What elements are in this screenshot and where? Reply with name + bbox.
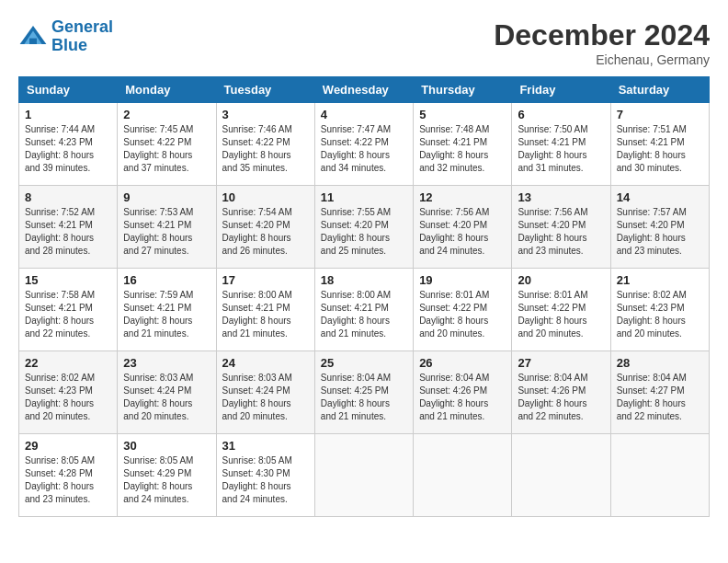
day-info: Sunrise: 7:57 AM Sunset: 4:20 PM Dayligh… xyxy=(617,206,703,258)
location: Eichenau, Germany xyxy=(494,52,710,67)
weekday-header-row: SundayMondayTuesdayWednesdayThursdayFrid… xyxy=(19,77,710,103)
calendar-week-row: 15Sunrise: 7:58 AM Sunset: 4:21 PM Dayli… xyxy=(19,269,710,351)
calendar-cell: 8Sunrise: 7:52 AM Sunset: 4:21 PM Daylig… xyxy=(19,186,118,269)
day-info: Sunrise: 8:05 AM Sunset: 4:29 PM Dayligh… xyxy=(123,454,210,506)
calendar-week-row: 22Sunrise: 8:02 AM Sunset: 4:23 PM Dayli… xyxy=(19,351,710,434)
day-number: 1 xyxy=(25,108,111,121)
day-info: Sunrise: 7:48 AM Sunset: 4:21 PM Dayligh… xyxy=(419,123,506,175)
calendar-cell: 2Sunrise: 7:45 AM Sunset: 4:22 PM Daylig… xyxy=(118,103,216,186)
day-info: Sunrise: 8:01 AM Sunset: 4:22 PM Dayligh… xyxy=(419,289,506,340)
calendar-cell: 4Sunrise: 7:47 AM Sunset: 4:22 PM Daylig… xyxy=(314,103,413,186)
calendar-cell: 3Sunrise: 7:46 AM Sunset: 4:22 PM Daylig… xyxy=(216,103,314,186)
calendar-cell: 7Sunrise: 7:51 AM Sunset: 4:21 PM Daylig… xyxy=(610,103,709,186)
calendar-cell: 9Sunrise: 7:53 AM Sunset: 4:21 PM Daylig… xyxy=(118,186,216,269)
weekday-header-cell: Monday xyxy=(118,77,216,103)
day-number: 28 xyxy=(617,356,703,370)
day-info: Sunrise: 7:59 AM Sunset: 4:21 PM Dayligh… xyxy=(123,289,210,340)
day-number: 13 xyxy=(518,190,604,204)
day-number: 5 xyxy=(419,108,506,121)
title-block: December 2024 Eichenau, Germany xyxy=(494,18,710,67)
calendar-cell xyxy=(512,434,610,517)
day-info: Sunrise: 7:46 AM Sunset: 4:22 PM Dayligh… xyxy=(222,123,309,175)
day-info: Sunrise: 7:52 AM Sunset: 4:21 PM Dayligh… xyxy=(25,206,111,258)
calendar-cell: 14Sunrise: 7:57 AM Sunset: 4:20 PM Dayli… xyxy=(610,186,709,269)
calendar-cell xyxy=(314,434,413,517)
logo-line1: General xyxy=(51,17,113,36)
day-number: 27 xyxy=(518,356,604,370)
day-number: 9 xyxy=(123,190,210,204)
calendar-cell: 31Sunrise: 8:05 AM Sunset: 4:30 PM Dayli… xyxy=(216,434,314,517)
day-info: Sunrise: 7:51 AM Sunset: 4:21 PM Dayligh… xyxy=(617,123,703,175)
day-number: 17 xyxy=(222,273,309,287)
day-number: 16 xyxy=(123,273,210,287)
calendar-cell: 5Sunrise: 7:48 AM Sunset: 4:21 PM Daylig… xyxy=(414,103,512,186)
day-number: 15 xyxy=(25,273,111,287)
calendar-cell: 13Sunrise: 7:56 AM Sunset: 4:20 PM Dayli… xyxy=(512,186,610,269)
day-number: 3 xyxy=(222,108,309,121)
day-number: 14 xyxy=(617,190,703,204)
day-info: Sunrise: 8:02 AM Sunset: 4:23 PM Dayligh… xyxy=(25,372,111,423)
day-number: 10 xyxy=(222,190,309,204)
day-number: 26 xyxy=(419,356,506,370)
day-number: 22 xyxy=(25,356,111,370)
day-number: 21 xyxy=(617,273,703,287)
day-number: 7 xyxy=(617,108,703,121)
day-number: 2 xyxy=(123,108,210,121)
day-info: Sunrise: 7:56 AM Sunset: 4:20 PM Dayligh… xyxy=(518,206,604,258)
calendar-cell: 15Sunrise: 7:58 AM Sunset: 4:21 PM Dayli… xyxy=(19,269,118,351)
day-info: Sunrise: 8:04 AM Sunset: 4:26 PM Dayligh… xyxy=(419,372,506,423)
month-title: December 2024 xyxy=(494,18,710,52)
logo-icon xyxy=(18,22,48,52)
calendar-cell xyxy=(414,434,512,517)
weekday-header-cell: Tuesday xyxy=(216,77,314,103)
day-info: Sunrise: 8:05 AM Sunset: 4:30 PM Dayligh… xyxy=(222,454,309,506)
calendar-cell: 18Sunrise: 8:00 AM Sunset: 4:21 PM Dayli… xyxy=(314,269,413,351)
calendar-cell: 21Sunrise: 8:02 AM Sunset: 4:23 PM Dayli… xyxy=(610,269,709,351)
day-number: 24 xyxy=(222,356,309,370)
day-info: Sunrise: 8:03 AM Sunset: 4:24 PM Dayligh… xyxy=(222,372,309,423)
day-info: Sunrise: 7:58 AM Sunset: 4:21 PM Dayligh… xyxy=(25,289,111,340)
day-info: Sunrise: 8:01 AM Sunset: 4:22 PM Dayligh… xyxy=(518,289,604,340)
day-number: 6 xyxy=(518,108,604,121)
day-info: Sunrise: 7:50 AM Sunset: 4:21 PM Dayligh… xyxy=(518,123,604,175)
day-info: Sunrise: 8:05 AM Sunset: 4:28 PM Dayligh… xyxy=(25,454,111,506)
calendar-table: SundayMondayTuesdayWednesdayThursdayFrid… xyxy=(18,76,710,517)
day-info: Sunrise: 8:04 AM Sunset: 4:26 PM Dayligh… xyxy=(518,372,604,423)
page-header: General Blue December 2024 Eichenau, Ger… xyxy=(18,18,710,67)
calendar-cell: 23Sunrise: 8:03 AM Sunset: 4:24 PM Dayli… xyxy=(118,351,216,434)
day-info: Sunrise: 8:00 AM Sunset: 4:21 PM Dayligh… xyxy=(222,289,309,340)
calendar-cell: 11Sunrise: 7:55 AM Sunset: 4:20 PM Dayli… xyxy=(314,186,413,269)
day-info: Sunrise: 7:55 AM Sunset: 4:20 PM Dayligh… xyxy=(321,206,407,258)
calendar-cell xyxy=(610,434,709,517)
calendar-cell: 20Sunrise: 8:01 AM Sunset: 4:22 PM Dayli… xyxy=(512,269,610,351)
logo-text: General Blue xyxy=(51,18,113,55)
calendar-week-row: 8Sunrise: 7:52 AM Sunset: 4:21 PM Daylig… xyxy=(19,186,710,269)
weekday-header-cell: Wednesday xyxy=(314,77,413,103)
day-number: 19 xyxy=(419,273,506,287)
calendar-cell: 24Sunrise: 8:03 AM Sunset: 4:24 PM Dayli… xyxy=(216,351,314,434)
weekday-header-cell: Thursday xyxy=(414,77,512,103)
day-info: Sunrise: 8:00 AM Sunset: 4:21 PM Dayligh… xyxy=(321,289,407,340)
calendar-cell: 28Sunrise: 8:04 AM Sunset: 4:27 PM Dayli… xyxy=(610,351,709,434)
day-info: Sunrise: 8:02 AM Sunset: 4:23 PM Dayligh… xyxy=(617,289,703,340)
day-number: 23 xyxy=(123,356,210,370)
day-number: 20 xyxy=(518,273,604,287)
calendar-cell: 16Sunrise: 7:59 AM Sunset: 4:21 PM Dayli… xyxy=(118,269,216,351)
calendar-cell: 6Sunrise: 7:50 AM Sunset: 4:21 PM Daylig… xyxy=(512,103,610,186)
day-info: Sunrise: 7:47 AM Sunset: 4:22 PM Dayligh… xyxy=(321,123,407,175)
calendar-cell: 12Sunrise: 7:56 AM Sunset: 4:20 PM Dayli… xyxy=(414,186,512,269)
logo: General Blue xyxy=(18,18,113,55)
calendar-cell: 29Sunrise: 8:05 AM Sunset: 4:28 PM Dayli… xyxy=(19,434,118,517)
day-number: 30 xyxy=(123,439,210,453)
day-info: Sunrise: 8:04 AM Sunset: 4:25 PM Dayligh… xyxy=(321,372,407,423)
calendar-cell: 30Sunrise: 8:05 AM Sunset: 4:29 PM Dayli… xyxy=(118,434,216,517)
day-number: 18 xyxy=(321,273,407,287)
day-number: 31 xyxy=(222,439,309,453)
weekday-header-cell: Saturday xyxy=(610,77,709,103)
day-number: 4 xyxy=(321,108,407,121)
calendar-cell: 22Sunrise: 8:02 AM Sunset: 4:23 PM Dayli… xyxy=(19,351,118,434)
calendar-cell: 25Sunrise: 8:04 AM Sunset: 4:25 PM Dayli… xyxy=(314,351,413,434)
calendar-cell: 19Sunrise: 8:01 AM Sunset: 4:22 PM Dayli… xyxy=(414,269,512,351)
calendar-week-row: 29Sunrise: 8:05 AM Sunset: 4:28 PM Dayli… xyxy=(19,434,710,517)
day-info: Sunrise: 7:45 AM Sunset: 4:22 PM Dayligh… xyxy=(123,123,210,175)
